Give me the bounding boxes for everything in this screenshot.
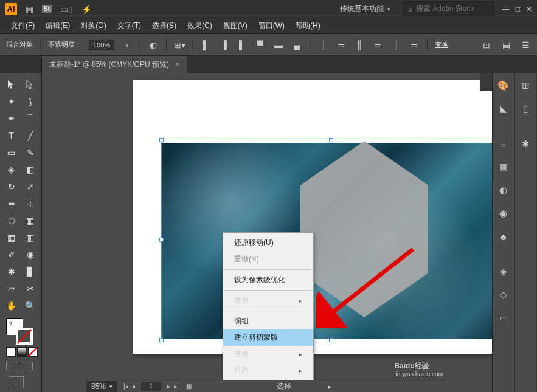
none-mode-icon[interactable] [28,347,38,357]
align-vcenter-icon[interactable]: ▬ [273,40,284,50]
layers-panel-icon[interactable]: ◈ [497,265,510,278]
zoom-input[interactable]: 85%▾ [86,381,117,392]
symbol-sprayer-tool-icon[interactable]: ✱ [2,264,20,280]
workspace-selector[interactable]: 传统基本功能 ▾ [340,4,390,14]
eyedropper-tool-icon[interactable]: ✐ [2,247,20,263]
menu-view[interactable]: 视图(V) [218,19,252,33]
type-tool-icon[interactable]: T [2,128,20,143]
blend-tool-icon[interactable]: ◉ [21,247,39,263]
distribute-h3-icon[interactable]: ║ [390,40,401,50]
knockout-icon[interactable]: ▤ [501,40,511,50]
more-icon[interactable]: ☰ [520,40,531,50]
draw-normal-icon[interactable] [6,362,18,370]
search-input[interactable]: ⌕ 搜索 Adobe Stock [403,1,494,16]
color-mode-icon[interactable] [6,347,16,357]
align-toggle-icon[interactable]: ⊞▾ [174,40,185,50]
perspective-tool-icon[interactable]: ▦ [21,213,39,229]
align-top-icon[interactable]: ▀ [255,40,266,50]
color-panel-icon[interactable]: 🎨 [497,79,510,92]
align-right-icon[interactable]: ▌ [237,40,248,50]
menu-edit[interactable]: 编辑(E) [41,19,75,33]
cm-pixel-perfect[interactable]: 设为像素级优化 [223,272,313,288]
free-transform-tool-icon[interactable]: ⊹ [21,196,39,211]
bridge-icon[interactable]: ▦ [26,4,33,14]
align-hcenter-icon[interactable]: ▐ [218,40,229,50]
scale-tool-icon[interactable]: ⤢ [21,179,39,194]
document-tab[interactable]: 未标题-1* @ 85% (CMYK/GPU 预览) × [42,56,187,73]
rectangle-tool-icon[interactable]: ▭ [2,145,20,160]
appearance-panel-icon[interactable]: ◉ [497,207,510,220]
menu-window[interactable]: 窗口(W) [254,19,289,33]
first-page-icon[interactable]: |◂ [123,383,128,390]
opacity-chevron-icon[interactable]: › [122,40,133,50]
lasso-tool-icon[interactable]: ⟆ [21,94,39,109]
stroke-swatch[interactable] [16,328,33,345]
artboard-tool-icon[interactable]: ▱ [2,281,20,297]
transparency-panel-icon[interactable]: ◐ [497,184,510,197]
gradient-panel-icon[interactable]: ▦ [497,160,510,174]
cm-transform[interactable]: 变换▸ [223,346,313,362]
page-input[interactable]: 1 [141,382,162,391]
last-page-icon[interactable]: ▸| [174,383,179,390]
align-bottom-icon[interactable]: ▄ [291,40,302,50]
tearoff-tab[interactable] [480,73,492,91]
graphic-styles-panel-icon[interactable]: ♣ [497,230,510,243]
canvas[interactable]: 还原移动(U) 重做(R) 设为像素级优化 透视▸ 编组 建立剪切蒙版 变换▸ … [42,73,492,392]
direct-selection-tool-icon[interactable] [21,77,39,92]
distribute-v2-icon[interactable]: ═ [372,40,383,50]
menu-effect[interactable]: 效果(C) [182,19,217,33]
isolate-icon[interactable]: ⊡ [481,40,492,50]
gradient-mode-icon[interactable] [17,347,27,357]
paintbrush-tool-icon[interactable]: ✎ [21,145,39,160]
graph-tool-icon[interactable]: ▊ [21,264,39,280]
status-chevron-icon[interactable]: ▸ [328,382,331,391]
cm-clipping-mask[interactable]: 建立剪切蒙版 [223,329,313,346]
opacity-input[interactable] [89,40,114,50]
menu-type[interactable]: 文字(T) [113,19,146,33]
slice-tool-icon[interactable]: ✂ [21,281,39,297]
pen-tool-icon[interactable]: ✒ [2,111,20,126]
align-left-icon[interactable]: ▌ [200,40,211,50]
distribute-h2-icon[interactable]: ║ [354,40,365,50]
magic-wand-tool-icon[interactable]: ✦ [2,94,20,109]
symbols-panel-icon[interactable]: ✱ [519,137,532,151]
minimize-button[interactable]: — [502,5,510,13]
arrange-icon[interactable]: ▭▯ [60,4,73,14]
rotate-tool-icon[interactable]: ↻ [2,179,20,194]
gpu-icon[interactable]: ⚡ [81,4,92,14]
distribute-v3-icon[interactable]: ═ [409,40,420,50]
width-tool-icon[interactable]: ⇔ [2,196,20,211]
recolor-icon[interactable]: ◐ [148,40,159,50]
artboards-panel-icon[interactable]: ▭ [497,311,510,325]
distribute-h-icon[interactable]: ║ [317,40,328,50]
curvature-tool-icon[interactable]: ⌒ [21,111,39,126]
distribute-v-icon[interactable]: ═ [336,40,347,50]
menu-object[interactable]: 对象(O) [76,19,111,33]
eraser-tool-icon[interactable]: ◧ [21,162,39,177]
swatches-panel-icon[interactable]: ⊞ [519,79,532,92]
menu-help[interactable]: 帮助(H) [291,19,325,33]
zoom-tool-icon[interactable]: 🔍 [21,298,39,314]
maximize-button[interactable]: □ [516,5,520,13]
shape-builder-tool-icon[interactable]: ⬡ [2,213,20,229]
stroke-panel-icon[interactable]: ≡ [497,137,510,151]
artboard-nav-icon[interactable]: ▦ [186,383,192,390]
prev-page-icon[interactable]: ◂ [132,383,135,390]
close-tab-icon[interactable]: × [175,60,179,69]
draw-behind-icon[interactable] [21,362,33,370]
mesh-tool-icon[interactable]: ▦ [2,230,20,246]
transform-button[interactable]: 变换 [435,40,448,49]
cm-group[interactable]: 编组 [223,313,313,329]
hand-tool-icon[interactable]: ✋ [2,298,20,314]
cm-undo[interactable]: 还原移动(U) [223,235,313,251]
gradient-tool-icon[interactable]: ▥ [21,230,39,246]
brushes-panel-icon[interactable]: ▯ [519,102,532,115]
stock-icon[interactable]: St [42,5,52,13]
next-page-icon[interactable]: ▸ [167,383,170,390]
menu-file[interactable]: 文件(F) [6,19,40,33]
color-guide-panel-icon[interactable]: ◣ [497,102,510,115]
close-button[interactable]: ✕ [526,5,532,13]
shaper-tool-icon[interactable]: ◈ [2,162,20,177]
cm-arrange[interactable]: 排列▸ [223,362,313,379]
selection-tool-icon[interactable] [2,77,20,92]
